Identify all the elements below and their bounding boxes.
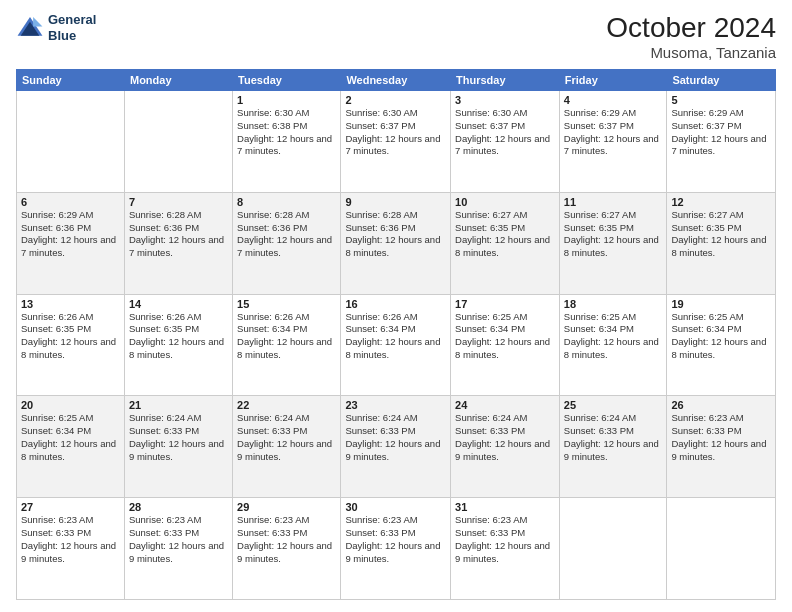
day-detail: Sunrise: 6:23 AM Sunset: 6:33 PM Dayligh… <box>671 412 771 463</box>
weekday-header: Sunday <box>17 70 125 91</box>
calendar-cell: 30Sunrise: 6:23 AM Sunset: 6:33 PM Dayli… <box>341 498 451 600</box>
day-number: 2 <box>345 94 446 106</box>
day-detail: Sunrise: 6:24 AM Sunset: 6:33 PM Dayligh… <box>345 412 446 463</box>
day-detail: Sunrise: 6:23 AM Sunset: 6:33 PM Dayligh… <box>345 514 446 565</box>
calendar-cell: 1Sunrise: 6:30 AM Sunset: 6:38 PM Daylig… <box>233 91 341 193</box>
calendar-cell: 8Sunrise: 6:28 AM Sunset: 6:36 PM Daylig… <box>233 192 341 294</box>
calendar-cell <box>17 91 125 193</box>
weekday-header: Wednesday <box>341 70 451 91</box>
calendar-cell <box>559 498 667 600</box>
calendar-cell: 25Sunrise: 6:24 AM Sunset: 6:33 PM Dayli… <box>559 396 667 498</box>
day-detail: Sunrise: 6:26 AM Sunset: 6:35 PM Dayligh… <box>21 311 120 362</box>
weekday-header: Tuesday <box>233 70 341 91</box>
logo-text: General Blue <box>48 12 96 43</box>
day-detail: Sunrise: 6:29 AM Sunset: 6:37 PM Dayligh… <box>671 107 771 158</box>
day-detail: Sunrise: 6:29 AM Sunset: 6:37 PM Dayligh… <box>564 107 663 158</box>
day-number: 28 <box>129 501 228 513</box>
calendar-cell: 28Sunrise: 6:23 AM Sunset: 6:33 PM Dayli… <box>124 498 232 600</box>
calendar-cell: 13Sunrise: 6:26 AM Sunset: 6:35 PM Dayli… <box>17 294 125 396</box>
day-number: 1 <box>237 94 336 106</box>
calendar-cell: 11Sunrise: 6:27 AM Sunset: 6:35 PM Dayli… <box>559 192 667 294</box>
day-number: 12 <box>671 196 771 208</box>
location-title: Musoma, Tanzania <box>606 44 776 61</box>
day-detail: Sunrise: 6:23 AM Sunset: 6:33 PM Dayligh… <box>21 514 120 565</box>
day-detail: Sunrise: 6:28 AM Sunset: 6:36 PM Dayligh… <box>129 209 228 260</box>
calendar-cell: 12Sunrise: 6:27 AM Sunset: 6:35 PM Dayli… <box>667 192 776 294</box>
day-number: 7 <box>129 196 228 208</box>
day-number: 29 <box>237 501 336 513</box>
page-header: General Blue October 2024 Musoma, Tanzan… <box>16 12 776 61</box>
day-number: 31 <box>455 501 555 513</box>
logo-line1: General <box>48 12 96 28</box>
day-number: 11 <box>564 196 663 208</box>
calendar-cell: 3Sunrise: 6:30 AM Sunset: 6:37 PM Daylig… <box>451 91 560 193</box>
day-number: 17 <box>455 298 555 310</box>
calendar-cell: 26Sunrise: 6:23 AM Sunset: 6:33 PM Dayli… <box>667 396 776 498</box>
day-detail: Sunrise: 6:27 AM Sunset: 6:35 PM Dayligh… <box>671 209 771 260</box>
calendar-cell <box>667 498 776 600</box>
weekday-header: Monday <box>124 70 232 91</box>
calendar-cell: 31Sunrise: 6:23 AM Sunset: 6:33 PM Dayli… <box>451 498 560 600</box>
weekday-header: Saturday <box>667 70 776 91</box>
day-number: 10 <box>455 196 555 208</box>
day-detail: Sunrise: 6:25 AM Sunset: 6:34 PM Dayligh… <box>455 311 555 362</box>
day-number: 4 <box>564 94 663 106</box>
month-title: October 2024 <box>606 12 776 44</box>
calendar-cell: 20Sunrise: 6:25 AM Sunset: 6:34 PM Dayli… <box>17 396 125 498</box>
day-number: 13 <box>21 298 120 310</box>
day-number: 21 <box>129 399 228 411</box>
day-detail: Sunrise: 6:23 AM Sunset: 6:33 PM Dayligh… <box>129 514 228 565</box>
day-detail: Sunrise: 6:30 AM Sunset: 6:37 PM Dayligh… <box>345 107 446 158</box>
calendar-cell: 22Sunrise: 6:24 AM Sunset: 6:33 PM Dayli… <box>233 396 341 498</box>
day-detail: Sunrise: 6:23 AM Sunset: 6:33 PM Dayligh… <box>237 514 336 565</box>
day-number: 30 <box>345 501 446 513</box>
day-number: 25 <box>564 399 663 411</box>
day-number: 16 <box>345 298 446 310</box>
day-detail: Sunrise: 6:23 AM Sunset: 6:33 PM Dayligh… <box>455 514 555 565</box>
day-number: 23 <box>345 399 446 411</box>
calendar-row: 13Sunrise: 6:26 AM Sunset: 6:35 PM Dayli… <box>17 294 776 396</box>
calendar-cell: 24Sunrise: 6:24 AM Sunset: 6:33 PM Dayli… <box>451 396 560 498</box>
calendar-cell <box>124 91 232 193</box>
calendar-cell: 29Sunrise: 6:23 AM Sunset: 6:33 PM Dayli… <box>233 498 341 600</box>
calendar-page: General Blue October 2024 Musoma, Tanzan… <box>0 0 792 612</box>
weekday-header: Thursday <box>451 70 560 91</box>
logo-icon <box>16 14 44 42</box>
day-number: 18 <box>564 298 663 310</box>
calendar-table: SundayMondayTuesdayWednesdayThursdayFrid… <box>16 69 776 600</box>
calendar-cell: 14Sunrise: 6:26 AM Sunset: 6:35 PM Dayli… <box>124 294 232 396</box>
calendar-row: 6Sunrise: 6:29 AM Sunset: 6:36 PM Daylig… <box>17 192 776 294</box>
day-number: 24 <box>455 399 555 411</box>
day-detail: Sunrise: 6:24 AM Sunset: 6:33 PM Dayligh… <box>129 412 228 463</box>
weekday-header: Friday <box>559 70 667 91</box>
calendar-cell: 21Sunrise: 6:24 AM Sunset: 6:33 PM Dayli… <box>124 396 232 498</box>
calendar-header-row: SundayMondayTuesdayWednesdayThursdayFrid… <box>17 70 776 91</box>
calendar-cell: 17Sunrise: 6:25 AM Sunset: 6:34 PM Dayli… <box>451 294 560 396</box>
calendar-row: 27Sunrise: 6:23 AM Sunset: 6:33 PM Dayli… <box>17 498 776 600</box>
day-detail: Sunrise: 6:27 AM Sunset: 6:35 PM Dayligh… <box>564 209 663 260</box>
day-number: 14 <box>129 298 228 310</box>
calendar-row: 20Sunrise: 6:25 AM Sunset: 6:34 PM Dayli… <box>17 396 776 498</box>
day-number: 27 <box>21 501 120 513</box>
calendar-cell: 4Sunrise: 6:29 AM Sunset: 6:37 PM Daylig… <box>559 91 667 193</box>
calendar-cell: 2Sunrise: 6:30 AM Sunset: 6:37 PM Daylig… <box>341 91 451 193</box>
day-detail: Sunrise: 6:30 AM Sunset: 6:38 PM Dayligh… <box>237 107 336 158</box>
day-detail: Sunrise: 6:25 AM Sunset: 6:34 PM Dayligh… <box>671 311 771 362</box>
day-detail: Sunrise: 6:28 AM Sunset: 6:36 PM Dayligh… <box>345 209 446 260</box>
calendar-cell: 27Sunrise: 6:23 AM Sunset: 6:33 PM Dayli… <box>17 498 125 600</box>
calendar-cell: 23Sunrise: 6:24 AM Sunset: 6:33 PM Dayli… <box>341 396 451 498</box>
day-number: 22 <box>237 399 336 411</box>
day-detail: Sunrise: 6:26 AM Sunset: 6:35 PM Dayligh… <box>129 311 228 362</box>
calendar-cell: 15Sunrise: 6:26 AM Sunset: 6:34 PM Dayli… <box>233 294 341 396</box>
calendar-row: 1Sunrise: 6:30 AM Sunset: 6:38 PM Daylig… <box>17 91 776 193</box>
day-number: 20 <box>21 399 120 411</box>
day-number: 9 <box>345 196 446 208</box>
day-detail: Sunrise: 6:30 AM Sunset: 6:37 PM Dayligh… <box>455 107 555 158</box>
day-number: 3 <box>455 94 555 106</box>
day-detail: Sunrise: 6:28 AM Sunset: 6:36 PM Dayligh… <box>237 209 336 260</box>
day-number: 19 <box>671 298 771 310</box>
day-detail: Sunrise: 6:29 AM Sunset: 6:36 PM Dayligh… <box>21 209 120 260</box>
day-detail: Sunrise: 6:24 AM Sunset: 6:33 PM Dayligh… <box>564 412 663 463</box>
day-number: 6 <box>21 196 120 208</box>
day-detail: Sunrise: 6:26 AM Sunset: 6:34 PM Dayligh… <box>237 311 336 362</box>
